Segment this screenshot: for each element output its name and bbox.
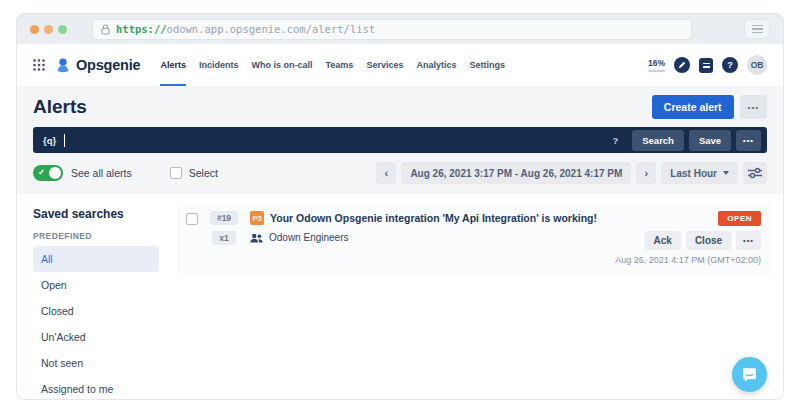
- interval-label: Last Hour: [670, 168, 717, 179]
- chevron-down-icon: [723, 171, 729, 175]
- content-area: Saved searches PREDEFINED All Open Close…: [17, 194, 783, 399]
- window-maximize-button[interactable]: [58, 25, 67, 34]
- text-cursor: [64, 134, 65, 147]
- alerts-header-section: Alerts Create alert ••• {q} ? Search Sav…: [17, 86, 783, 194]
- search-button[interactable]: Search: [632, 130, 684, 151]
- app-window: Opsgenie Alerts Incidents Who is on-call…: [16, 44, 784, 400]
- saved-searches-sidebar: Saved searches PREDEFINED All Open Close…: [17, 194, 167, 399]
- saved-search-list: All Open Closed Un'Acked Not seen Assign…: [33, 246, 159, 399]
- select-label: Select: [189, 167, 218, 179]
- alert-row-checkbox[interactable]: [186, 213, 198, 225]
- alert-more-button[interactable]: •••: [736, 231, 761, 250]
- alert-count-badge: x1: [212, 231, 235, 245]
- sidebar-item-all[interactable]: All: [33, 246, 159, 272]
- see-all-alerts-toggle[interactable]: ✓: [33, 165, 63, 181]
- nav-item-services[interactable]: Services: [366, 44, 403, 86]
- browser-chrome: https:// odown.app.opsgenie.com/alert/li…: [16, 13, 784, 44]
- url-text: odown.app.opsgenie.com/alert/list: [167, 23, 376, 35]
- opsgenie-logo[interactable]: Opsgenie: [55, 57, 140, 73]
- create-alert-button[interactable]: Create alert: [652, 95, 734, 119]
- alert-list: #19 x1 P3 Your Odown Opsgenie integratio…: [167, 194, 783, 399]
- date-prev-button[interactable]: ‹: [376, 162, 396, 184]
- screen: https:// odown.app.opsgenie.com/alert/li…: [0, 0, 800, 415]
- usage-progress-bar: [648, 70, 665, 72]
- help-icon[interactable]: ?: [722, 57, 738, 73]
- nav-item-settings[interactable]: Settings: [469, 44, 505, 86]
- sidebar-item-open[interactable]: Open: [33, 272, 159, 298]
- sidebar-section-label: PREDEFINED: [33, 231, 159, 241]
- query-icon: {q}: [43, 135, 56, 146]
- page-title: Alerts: [33, 96, 87, 118]
- pencil-circle-icon[interactable]: [674, 57, 690, 73]
- usage-indicator[interactable]: 16%: [648, 58, 665, 72]
- sidebar-item-unacked[interactable]: Un'Acked: [33, 324, 159, 350]
- browser-menu-button[interactable]: [744, 19, 770, 39]
- save-search-button[interactable]: Save: [689, 130, 731, 151]
- nav-item-teams[interactable]: Teams: [326, 44, 354, 86]
- nav-item-analytics[interactable]: Analytics: [416, 44, 456, 86]
- sidebar-item-assigned-to-me[interactable]: Assigned to me: [33, 376, 159, 399]
- sidebar-item-not-seen[interactable]: Not seen: [33, 350, 159, 376]
- team-icon: [250, 233, 263, 243]
- filter-toolbar: ✓ See all alerts Select ‹ Aug 26, 2021 3…: [33, 162, 767, 184]
- top-navbar: Opsgenie Alerts Incidents Who is on-call…: [17, 44, 783, 86]
- sidebar-title: Saved searches: [33, 207, 159, 221]
- search-more-button[interactable]: •••: [736, 130, 761, 151]
- alert-id-badge: #19: [210, 211, 238, 225]
- url-bar[interactable]: https:// odown.app.opsgenie.com/alert/li…: [92, 19, 692, 40]
- app-switcher-icon[interactable]: [33, 59, 45, 71]
- ack-button[interactable]: Ack: [645, 231, 681, 250]
- window-minimize-button[interactable]: [44, 25, 53, 34]
- user-avatar[interactable]: OB: [747, 55, 767, 75]
- chat-bubble-icon: [741, 366, 758, 383]
- priority-badge: P3: [250, 211, 264, 225]
- see-all-alerts-label: See all alerts: [71, 167, 132, 179]
- interval-dropdown[interactable]: Last Hour: [661, 162, 738, 184]
- navbar-right: 16% ? OB: [648, 55, 767, 75]
- nav-item-who-is-on-call[interactable]: Who is on-call: [252, 44, 313, 86]
- whats-new-icon[interactable]: [699, 58, 713, 73]
- usage-percent: 16%: [648, 58, 665, 68]
- header-more-button[interactable]: •••: [740, 95, 767, 119]
- alert-title-link[interactable]: Your Odown Opsgenie integration 'My Api …: [270, 212, 597, 224]
- sliders-icon: [748, 167, 762, 179]
- select-checkbox[interactable]: [170, 167, 182, 179]
- window-close-button[interactable]: [30, 25, 39, 34]
- brand-name: Opsgenie: [76, 57, 140, 73]
- status-badge: OPEN: [718, 211, 761, 226]
- lock-icon: [101, 24, 110, 35]
- date-next-button[interactable]: ›: [636, 162, 656, 184]
- alert-row: #19 x1 P3 Your Odown Opsgenie integratio…: [177, 203, 771, 274]
- url-protocol: https://: [116, 23, 167, 35]
- date-range-button[interactable]: Aug 26, 2021 3:17 PM - Aug 26, 2021 4:17…: [401, 162, 631, 184]
- alert-team: Odown Engineers: [269, 232, 349, 243]
- alert-search-input[interactable]: {q} ? Search Save •••: [33, 127, 767, 153]
- nav-item-alerts[interactable]: Alerts: [160, 44, 186, 86]
- search-help-icon[interactable]: ?: [612, 135, 618, 146]
- primary-nav: Alerts Incidents Who is on-call Teams Se…: [160, 44, 505, 86]
- alert-timestamp: Aug 26, 2021 4:17 PM (GMT+02:00): [615, 255, 761, 265]
- nav-item-incidents[interactable]: Incidents: [199, 44, 239, 86]
- opsgenie-genie-icon: [55, 57, 71, 73]
- filter-settings-button[interactable]: [743, 162, 767, 184]
- chat-launcher-button[interactable]: [732, 357, 767, 392]
- close-alert-button[interactable]: Close: [686, 231, 731, 250]
- window-controls: [30, 25, 67, 34]
- sidebar-item-closed[interactable]: Closed: [33, 298, 159, 324]
- check-icon: ✓: [38, 167, 45, 177]
